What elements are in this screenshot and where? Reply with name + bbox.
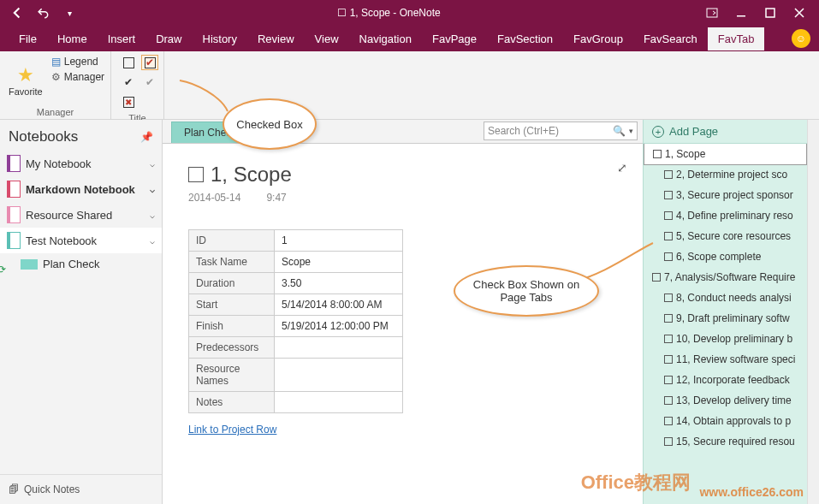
section-item[interactable]: Plan Check: [0, 253, 162, 275]
page-title[interactable]: 1, Scope: [211, 163, 292, 187]
gear-icon: ⚙: [51, 71, 61, 83]
table-key: Notes: [189, 392, 275, 413]
notebook-label: Resource Shared: [26, 209, 112, 222]
smiley-icon[interactable]: ☺: [792, 29, 810, 48]
page-tab-item[interactable]: 10, Develop preliminary b: [644, 329, 807, 349]
table-value[interactable]: 5/19/2014 12:00:00 PM: [275, 316, 403, 337]
menu-review[interactable]: Review: [247, 27, 305, 50]
ribbon-display-icon[interactable]: [697, 0, 727, 26]
menu-favsearch[interactable]: FavSearch: [633, 27, 708, 50]
notebook-label: My Notebook: [26, 157, 92, 170]
callout-tail: [178, 79, 229, 113]
project-row-link[interactable]: Link to Project Row: [188, 424, 276, 436]
add-page-button[interactable]: + Add Page: [644, 120, 807, 144]
page-tab-item[interactable]: 2, Determine project sco: [644, 164, 807, 185]
search-input[interactable]: Search (Ctrl+E) 🔍 ▾: [484, 122, 638, 140]
search-dropdown-icon[interactable]: ▾: [629, 127, 633, 135]
table-key: Finish: [189, 316, 275, 337]
menu-favpage[interactable]: FavPage: [422, 27, 487, 50]
page-time: 9:47: [266, 192, 286, 204]
page-tab-item[interactable]: 3, Secure project sponsor: [644, 185, 807, 205]
menu-home[interactable]: Home: [47, 27, 98, 50]
page-tab-item[interactable]: 15, Secure required resou: [644, 431, 807, 452]
unchecked-box-icon[interactable]: [120, 55, 137, 70]
ribbon-group-manager: Manager: [9, 105, 102, 117]
page-tab-item[interactable]: 5, Secure core resources: [644, 226, 807, 246]
page-tab-label: 11, Review software speci: [676, 353, 795, 365]
table-key: Start: [189, 294, 275, 316]
menu-view[interactable]: View: [305, 27, 349, 50]
page-tab-item[interactable]: 6, Scope complete: [644, 246, 807, 267]
check-icon[interactable]: ✔: [120, 74, 137, 90]
notebook-item[interactable]: Test Notebook⌵: [0, 228, 162, 253]
page-tab-label: 5, Secure core resources: [676, 230, 791, 242]
table-value[interactable]: 3.50: [275, 273, 403, 294]
menu-file[interactable]: File: [9, 27, 47, 50]
remove-box-icon[interactable]: ✖: [120, 94, 137, 110]
menu-navigation[interactable]: Navigation: [349, 27, 422, 50]
table-key: Task Name: [189, 252, 275, 273]
table-value[interactable]: 5/14/2014 8:00:00 AM: [275, 294, 403, 316]
legend-button[interactable]: ▤Legend: [48, 55, 108, 68]
notebook-item[interactable]: Markdown Notebook⌵: [0, 176, 162, 202]
page-tab-label: 2, Determine project sco: [676, 169, 787, 181]
notebook-label: Markdown Notebook: [26, 183, 135, 196]
pin-icon[interactable]: 📌: [140, 131, 153, 143]
qat-more-icon[interactable]: ▾: [58, 2, 80, 24]
quick-notes-button[interactable]: 🗐 Quick Notes: [0, 474, 162, 504]
notebooks-heading: Notebooks: [9, 128, 78, 145]
page-tab-item[interactable]: 11, Review software speci: [644, 349, 807, 370]
checkbox-icon: [664, 396, 673, 405]
search-placeholder: Search (Ctrl+E): [488, 125, 559, 137]
check-outline-icon[interactable]: ✔: [141, 74, 158, 90]
menu-draw[interactable]: Draw: [145, 27, 192, 50]
favorite-button[interactable]: ★ Favorite: [9, 55, 43, 105]
add-page-label: Add Page: [669, 125, 718, 138]
checkbox-icon: [653, 150, 662, 158]
table-value[interactable]: 1: [275, 230, 403, 252]
page-tab-item[interactable]: 1, Scope: [644, 144, 807, 165]
page-tab-item[interactable]: 12, Incorporate feedback: [644, 370, 807, 390]
undo-icon[interactable]: [33, 2, 55, 24]
maximize-button[interactable]: [756, 0, 785, 26]
page-tab-item[interactable]: 14, Obtain approvals to p: [644, 411, 807, 431]
notebook-item[interactable]: My Notebook⌵: [0, 151, 162, 176]
page-tab-label: 8, Conduct needs analysi: [676, 292, 792, 304]
page-tab-item[interactable]: 4, Define preliminary reso: [644, 205, 807, 226]
section-icon: [21, 259, 38, 270]
table-value[interactable]: [275, 359, 403, 392]
table-key: Duration: [189, 273, 275, 294]
page-date: 2014-05-14: [188, 192, 240, 204]
page-tab-item[interactable]: 7, Analysis/Software Require: [644, 267, 807, 288]
section-label: Plan Check: [43, 258, 99, 270]
checked-box-icon[interactable]: ✔: [141, 55, 158, 70]
table-key: Predecessors: [189, 337, 275, 359]
title-checkbox-icon[interactable]: [188, 167, 204, 182]
minimize-button[interactable]: [727, 0, 756, 26]
search-icon: 🔍: [613, 125, 626, 137]
page-tab-label: 14, Obtain approvals to p: [676, 415, 791, 427]
page-tab-item[interactable]: 9, Draft preliminary softw: [644, 308, 807, 329]
close-button[interactable]: [785, 0, 814, 26]
fullscreen-icon[interactable]: ⤢: [617, 161, 627, 175]
page-tab-label: 7, Analysis/Software Require: [664, 271, 795, 283]
notebook-item[interactable]: Resource Shared⌵: [0, 202, 162, 228]
quick-notes-label: Quick Notes: [24, 483, 80, 495]
manager-button[interactable]: ⚙Manager: [48, 70, 108, 84]
scrollbar[interactable]: [807, 120, 819, 504]
menu-favsection[interactable]: FavSection: [487, 27, 563, 50]
menu-insert[interactable]: Insert: [98, 27, 146, 50]
quick-notes-icon: 🗐: [9, 483, 19, 495]
page-tab-item[interactable]: 13, Develop delivery time: [644, 390, 807, 411]
menu-history[interactable]: History: [193, 27, 247, 50]
page-tab-item[interactable]: 8, Conduct needs analysi: [644, 288, 807, 308]
page-tab-label: 1, Scope: [665, 148, 705, 160]
menu-favgroup[interactable]: FavGroup: [563, 27, 633, 50]
chevron-down-icon: ⌵: [150, 210, 155, 220]
table-value[interactable]: Scope: [275, 252, 403, 273]
checkbox-icon: [664, 252, 673, 261]
back-icon[interactable]: [7, 2, 29, 24]
menu-favtab[interactable]: FavTab: [708, 27, 765, 50]
table-value[interactable]: [275, 337, 403, 359]
table-value[interactable]: [275, 392, 403, 413]
